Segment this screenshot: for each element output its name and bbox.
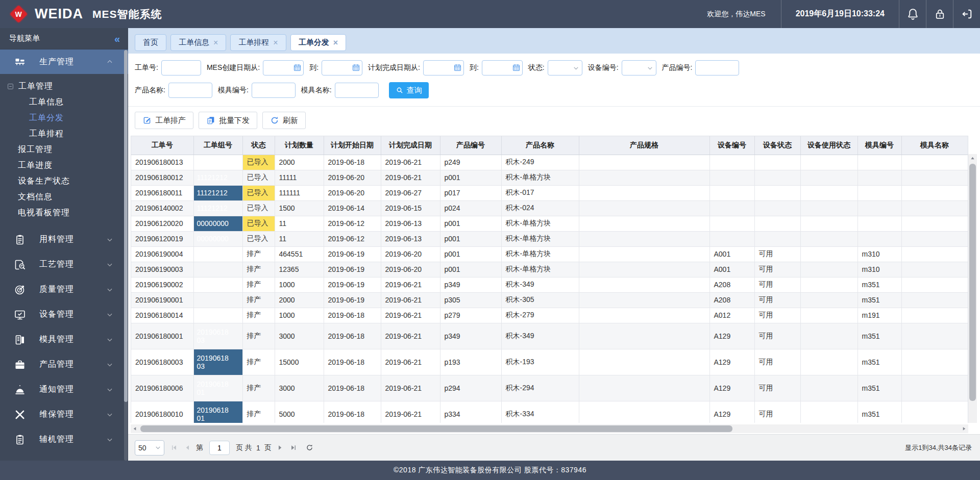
reload-grid-button[interactable] [303, 441, 316, 454]
scroll-right-icon[interactable] [960, 424, 968, 433]
column-header-产品规格[interactable]: 产品规格 [579, 136, 709, 155]
table-row[interactable]: 201906190003排产123652019-06-192019-06-20p… [131, 262, 968, 277]
sidebar-module-工艺管理[interactable]: 工艺管理 [0, 252, 128, 277]
horizontal-scroll-thumb[interactable] [140, 425, 732, 432]
column-header-模具状态[interactable]: 模具状态 [968, 136, 968, 155]
column-header-状态[interactable]: 状态 [242, 136, 275, 155]
submenu-item-工单进度[interactable]: 工单进度 [0, 158, 128, 173]
cell-产品编号: p001 [440, 262, 501, 277]
column-header-计划开始日期[interactable]: 计划开始日期 [324, 136, 381, 155]
sidebar-header: 导航菜单 « [0, 28, 128, 49]
cell-产品编号: p001 [440, 170, 501, 185]
table-row[interactable]: 20190618001211121212已导入111112019-06-2020… [131, 170, 968, 185]
records-info: 显示1到34,共34条记录 [905, 443, 972, 452]
column-header-工单组号[interactable]: 工单组号 [193, 136, 242, 155]
sidebar-scrollbar[interactable] [124, 50, 128, 461]
sidebar-module-维保管理[interactable]: 维保管理 [0, 402, 128, 427]
column-header-设备编号[interactable]: 设备编号 [709, 136, 754, 155]
column-header-计划完成日期[interactable]: 计划完成日期 [381, 136, 440, 155]
chevron-down-icon [104, 411, 116, 418]
submenu-group-label: 工单管理 [18, 81, 53, 92]
submenu-item-报工管理[interactable]: 报工管理 [0, 142, 128, 158]
table-row[interactable]: 20190612002000000000已导入112019-06-122019-… [131, 216, 968, 231]
submenu-item-工单信息[interactable]: 工单信息 [0, 94, 128, 110]
sidebar-module-active[interactable]: 生产管理 [0, 49, 128, 74]
scroll-up-icon[interactable] [968, 154, 977, 163]
column-header-设备状态[interactable]: 设备状态 [754, 136, 800, 155]
column-header-产品名称[interactable]: 产品名称 [501, 136, 579, 155]
table-row[interactable]: 201906180014排产10002019-06-182019-06-21p2… [131, 308, 968, 323]
sidebar-module-通知管理[interactable]: 通知管理 [0, 377, 128, 402]
cell-计划数量: 11 [275, 231, 324, 246]
column-header-计划数量[interactable]: 计划数量 [275, 136, 324, 155]
table-row[interactable]: 20190618001111121212已导入1111112019-06-202… [131, 185, 968, 200]
sidebar-module-用料管理[interactable]: 用料管理 [0, 227, 128, 252]
vertical-scrollbar[interactable] [968, 154, 977, 423]
close-icon[interactable]: × [273, 39, 278, 47]
table-row[interactable]: 201906180013已导入20002019-06-182019-06-21p… [131, 155, 968, 170]
submenu-item-设备生产状态[interactable]: 设备生产状态 [0, 173, 128, 189]
toolbar-button-刷新[interactable]: 刷新 [262, 112, 306, 129]
vertical-scroll-thumb[interactable] [969, 164, 976, 401]
close-icon[interactable]: × [213, 39, 218, 47]
logout-button[interactable] [953, 0, 980, 28]
product-name-input[interactable] [168, 83, 212, 98]
toolbar-button-工单排产[interactable]: 工单排产 [135, 112, 193, 129]
plan-finish-date-to-input[interactable] [482, 60, 523, 75]
table-row[interactable]: 2019061800012019061803排产30002019-06-1820… [131, 323, 968, 349]
table-row[interactable]: 201906190002排产10002019-06-192019-06-21p3… [131, 277, 968, 292]
tab-工单信息[interactable]: 工单信息× [170, 34, 226, 51]
scroll-left-icon[interactable] [131, 424, 139, 433]
table-row[interactable]: 2019061800062019061801排产30002019-06-1820… [131, 375, 968, 401]
device-no-select[interactable] [622, 60, 656, 75]
double-left-chevron-icon[interactable]: « [114, 34, 120, 44]
tab-工单分发[interactable]: 工单分发× [290, 34, 346, 51]
submenu-item-工单分发[interactable]: 工单分发 [0, 110, 128, 126]
tab-工单排程[interactable]: 工单排程× [230, 34, 286, 51]
brand-name: WEIDA [35, 6, 83, 22]
sidebar-module-模具管理[interactable]: 模具管理 [0, 327, 128, 352]
sidebar-module-质量管理[interactable]: 质量管理 [0, 277, 128, 302]
table-row[interactable]: 2019061800102019061801排产50002019-06-1820… [131, 401, 968, 423]
mes-create-date-to-input[interactable] [322, 60, 362, 75]
table-row[interactable]: 20190614000211121212已导入15002019-06-14201… [131, 200, 968, 216]
page-label-suffix: 页 [264, 443, 272, 452]
first-page-button[interactable] [167, 441, 181, 454]
mes-create-date-from-input[interactable] [263, 60, 304, 75]
close-icon[interactable]: × [333, 39, 338, 47]
tab-首页[interactable]: 首页 [135, 34, 166, 51]
table-row[interactable]: 201906190004排产4645512019-06-192019-06-20… [131, 246, 968, 262]
query-button[interactable]: 查询 [389, 82, 429, 98]
lock-screen-button[interactable] [926, 0, 953, 28]
submenu-item-文档信息[interactable]: 文档信息 [0, 189, 128, 205]
product-no-input[interactable] [695, 60, 739, 75]
sidebar-module-设备管理[interactable]: 设备管理 [0, 302, 128, 327]
mold-name-input[interactable] [335, 83, 379, 98]
table-row[interactable]: 20190612001900000000已导入112019-06-122019-… [131, 231, 968, 246]
submenu-item-电视看板管理[interactable]: 电视看板管理 [0, 205, 128, 221]
plan-finish-date-from-input[interactable] [423, 60, 464, 75]
notifications-button[interactable] [899, 0, 926, 28]
prev-page-button[interactable] [181, 441, 194, 454]
submenu-item-工单排程[interactable]: 工单排程 [0, 126, 128, 142]
cell-状态: 排产 [242, 308, 275, 323]
page-number-input[interactable] [209, 441, 230, 455]
page-size-select[interactable]: 50 [135, 440, 164, 456]
sidebar-module-产品管理[interactable]: 产品管理 [0, 352, 128, 377]
table-row[interactable]: 2019061800032019061803排产150002019-06-182… [131, 349, 968, 375]
column-header-产品编号[interactable]: 产品编号 [440, 136, 501, 155]
column-header-模具名称[interactable]: 模具名称 [901, 136, 968, 155]
horizontal-scrollbar[interactable] [131, 424, 968, 433]
column-header-工单号[interactable]: 工单号 [131, 136, 193, 155]
status-select[interactable] [548, 60, 582, 75]
column-header-设备使用状态[interactable]: 设备使用状态 [800, 136, 857, 155]
table-row[interactable]: 201906190001排产20002019-06-192019-06-21p3… [131, 292, 968, 308]
work-order-no-input[interactable] [161, 60, 201, 75]
column-header-模具编号[interactable]: 模具编号 [857, 136, 901, 155]
toolbar-button-批量下发[interactable]: 批量下发 [199, 112, 257, 129]
mold-no-input[interactable] [252, 83, 296, 98]
submenu-group-work-order[interactable]: 工单管理 [0, 79, 128, 94]
last-page-button[interactable] [287, 441, 300, 454]
sidebar-module-辅机管理[interactable]: 辅机管理 [0, 427, 128, 452]
next-page-button[interactable] [274, 441, 287, 454]
